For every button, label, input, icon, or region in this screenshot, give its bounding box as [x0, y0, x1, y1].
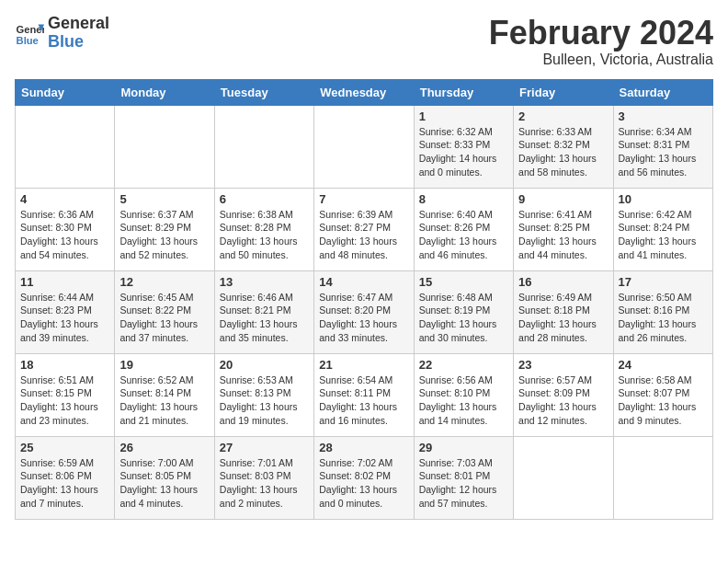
calendar-cell: 19Sunrise: 6:52 AMSunset: 8:14 PMDayligh… [115, 353, 214, 436]
calendar-cell [214, 105, 313, 188]
day-info: Sunrise: 6:52 AMSunset: 8:14 PMDaylight:… [119, 373, 209, 428]
weekday-header-thursday: Thursday [414, 79, 513, 105]
calendar-cell: 27Sunrise: 7:01 AMSunset: 8:03 PMDayligh… [214, 436, 313, 519]
calendar-cell: 20Sunrise: 6:53 AMSunset: 8:13 PMDayligh… [214, 353, 313, 436]
calendar-week-3: 11Sunrise: 6:44 AMSunset: 8:23 PMDayligh… [16, 270, 713, 353]
day-info: Sunrise: 6:45 AMSunset: 8:22 PMDaylight:… [119, 291, 209, 345]
day-number: 24 [619, 358, 708, 372]
calendar-cell: 1Sunrise: 6:32 AMSunset: 8:33 PMDaylight… [414, 105, 513, 188]
day-info: Sunrise: 6:46 AMSunset: 8:21 PMDaylight:… [220, 291, 309, 345]
day-info: Sunrise: 6:54 AMSunset: 8:11 PMDaylight:… [319, 373, 408, 428]
calendar-week-4: 18Sunrise: 6:51 AMSunset: 8:15 PMDayligh… [16, 353, 713, 436]
weekday-header-tuesday: Tuesday [214, 79, 313, 105]
calendar-cell [115, 105, 214, 188]
calendar-cell [514, 436, 613, 519]
calendar-cell: 15Sunrise: 6:48 AMSunset: 8:19 PMDayligh… [414, 270, 513, 353]
day-info: Sunrise: 6:50 AMSunset: 8:16 PMDaylight:… [619, 291, 708, 345]
day-number: 27 [220, 441, 309, 454]
day-number: 17 [619, 275, 708, 289]
calendar-cell: 16Sunrise: 6:49 AMSunset: 8:18 PMDayligh… [514, 270, 613, 353]
day-number: 5 [119, 192, 209, 206]
logo: General Blue General Blue [15, 15, 109, 52]
calendar-cell: 18Sunrise: 6:51 AMSunset: 8:15 PMDayligh… [16, 353, 115, 436]
weekday-header-wednesday: Wednesday [314, 79, 414, 105]
day-info: Sunrise: 6:39 AMSunset: 8:27 PMDaylight:… [319, 208, 408, 262]
day-info: Sunrise: 6:44 AMSunset: 8:23 PMDaylight:… [20, 291, 109, 345]
calendar-cell: 28Sunrise: 7:02 AMSunset: 8:02 PMDayligh… [314, 436, 414, 519]
calendar-cell: 2Sunrise: 6:33 AMSunset: 8:32 PMDaylight… [514, 105, 613, 188]
calendar-cell: 4Sunrise: 6:36 AMSunset: 8:30 PMDaylight… [16, 188, 115, 270]
calendar-cell: 29Sunrise: 7:03 AMSunset: 8:01 PMDayligh… [414, 436, 513, 519]
calendar-cell: 24Sunrise: 6:58 AMSunset: 8:07 PMDayligh… [613, 353, 712, 436]
logo-text: General Blue [48, 15, 109, 52]
day-number: 19 [119, 358, 209, 372]
page-header: General Blue General Blue February 2024 … [15, 15, 713, 68]
day-number: 9 [518, 192, 608, 206]
calendar-week-5: 25Sunrise: 6:59 AMSunset: 8:06 PMDayligh… [16, 436, 713, 519]
calendar-cell: 12Sunrise: 6:45 AMSunset: 8:22 PMDayligh… [115, 270, 214, 353]
day-number: 20 [220, 358, 309, 372]
day-number: 8 [419, 192, 508, 206]
day-number: 1 [419, 109, 508, 123]
day-info: Sunrise: 7:01 AMSunset: 8:03 PMDaylight:… [220, 456, 309, 511]
day-info: Sunrise: 6:40 AMSunset: 8:26 PMDaylight:… [419, 208, 508, 262]
calendar-cell: 6Sunrise: 6:38 AMSunset: 8:28 PMDaylight… [214, 188, 313, 270]
calendar-cell: 13Sunrise: 6:46 AMSunset: 8:21 PMDayligh… [214, 270, 313, 353]
day-number: 23 [518, 358, 608, 372]
day-info: Sunrise: 6:58 AMSunset: 8:07 PMDaylight:… [619, 373, 708, 428]
day-number: 6 [220, 192, 309, 206]
day-number: 28 [319, 441, 408, 454]
calendar-cell: 26Sunrise: 7:00 AMSunset: 8:05 PMDayligh… [115, 436, 214, 519]
day-number: 4 [20, 192, 109, 206]
calendar-cell: 22Sunrise: 6:56 AMSunset: 8:10 PMDayligh… [414, 353, 513, 436]
calendar-cell: 17Sunrise: 6:50 AMSunset: 8:16 PMDayligh… [613, 270, 712, 353]
month-title: February 2024 [489, 15, 713, 52]
calendar-week-2: 4Sunrise: 6:36 AMSunset: 8:30 PMDaylight… [16, 188, 713, 270]
day-number: 7 [319, 192, 408, 206]
calendar-cell [314, 105, 414, 188]
calendar-cell: 3Sunrise: 6:34 AMSunset: 8:31 PMDaylight… [613, 105, 712, 188]
day-number: 3 [619, 109, 708, 123]
day-number: 26 [119, 441, 209, 454]
day-info: Sunrise: 6:48 AMSunset: 8:19 PMDaylight:… [419, 291, 508, 345]
day-number: 25 [20, 441, 109, 454]
weekday-header-saturday: Saturday [613, 79, 712, 105]
calendar-cell: 8Sunrise: 6:40 AMSunset: 8:26 PMDaylight… [414, 188, 513, 270]
day-info: Sunrise: 6:47 AMSunset: 8:20 PMDaylight:… [319, 291, 408, 345]
calendar-cell [16, 105, 115, 188]
day-number: 13 [220, 275, 309, 289]
calendar-table: SundayMondayTuesdayWednesdayThursdayFrid… [15, 79, 713, 520]
day-number: 22 [419, 358, 508, 372]
day-number: 2 [518, 109, 608, 123]
calendar-cell: 11Sunrise: 6:44 AMSunset: 8:23 PMDayligh… [16, 270, 115, 353]
calendar-cell: 23Sunrise: 6:57 AMSunset: 8:09 PMDayligh… [514, 353, 613, 436]
day-info: Sunrise: 6:32 AMSunset: 8:33 PMDaylight:… [419, 125, 508, 179]
day-number: 29 [419, 441, 508, 454]
calendar-cell: 9Sunrise: 6:41 AMSunset: 8:25 PMDaylight… [514, 188, 613, 270]
day-number: 11 [20, 275, 109, 289]
weekday-header-row: SundayMondayTuesdayWednesdayThursdayFrid… [16, 79, 713, 105]
day-info: Sunrise: 6:57 AMSunset: 8:09 PMDaylight:… [518, 373, 608, 428]
day-info: Sunrise: 6:59 AMSunset: 8:06 PMDaylight:… [20, 456, 109, 511]
calendar-cell: 7Sunrise: 6:39 AMSunset: 8:27 PMDaylight… [314, 188, 414, 270]
calendar-cell: 25Sunrise: 6:59 AMSunset: 8:06 PMDayligh… [16, 436, 115, 519]
calendar-cell: 14Sunrise: 6:47 AMSunset: 8:20 PMDayligh… [314, 270, 414, 353]
day-info: Sunrise: 7:02 AMSunset: 8:02 PMDaylight:… [319, 456, 408, 511]
day-info: Sunrise: 6:41 AMSunset: 8:25 PMDaylight:… [518, 208, 608, 262]
weekday-header-sunday: Sunday [16, 79, 115, 105]
day-info: Sunrise: 7:00 AMSunset: 8:05 PMDaylight:… [119, 456, 209, 511]
day-info: Sunrise: 6:33 AMSunset: 8:32 PMDaylight:… [518, 125, 608, 179]
title-block: February 2024 Bulleen, Victoria, Austral… [489, 15, 713, 68]
svg-text:Blue: Blue [17, 35, 39, 46]
weekday-header-monday: Monday [115, 79, 214, 105]
day-info: Sunrise: 6:38 AMSunset: 8:28 PMDaylight:… [220, 208, 309, 262]
calendar-cell [613, 436, 712, 519]
calendar-cell: 5Sunrise: 6:37 AMSunset: 8:29 PMDaylight… [115, 188, 214, 270]
day-number: 15 [419, 275, 508, 289]
weekday-header-friday: Friday [514, 79, 613, 105]
day-info: Sunrise: 6:51 AMSunset: 8:15 PMDaylight:… [20, 373, 109, 428]
day-number: 14 [319, 275, 408, 289]
day-info: Sunrise: 6:53 AMSunset: 8:13 PMDaylight:… [220, 373, 309, 428]
day-number: 16 [518, 275, 608, 289]
day-info: Sunrise: 6:36 AMSunset: 8:30 PMDaylight:… [20, 208, 109, 262]
